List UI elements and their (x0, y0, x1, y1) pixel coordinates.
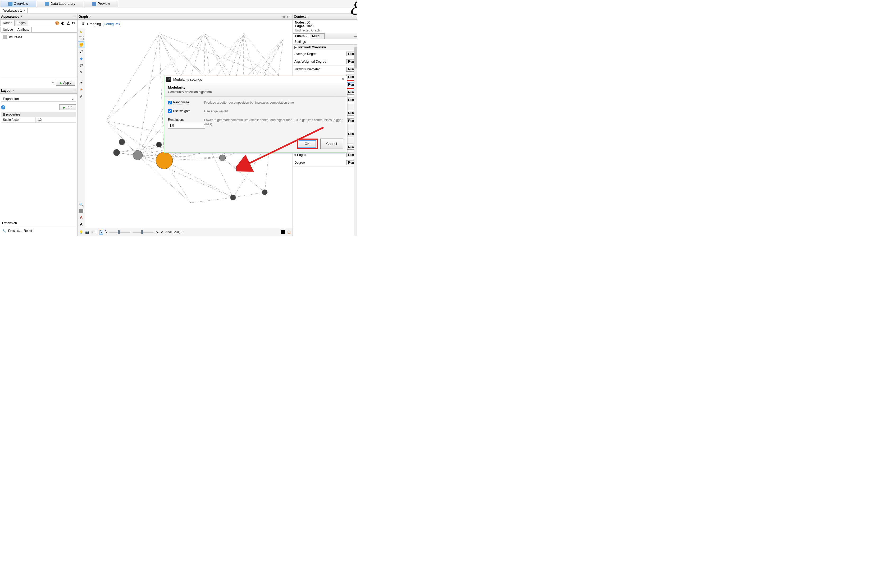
minimize-panel-icon[interactable]: — (352, 15, 356, 18)
randomize-checkbox[interactable]: Randomize (168, 100, 201, 104)
resolution-input[interactable] (168, 123, 205, 129)
resolution-label: Resolution: (168, 118, 201, 122)
tab-unique[interactable]: Unique (0, 27, 15, 32)
edge-toggle-icon[interactable]: ╲ (99, 230, 103, 234)
pointer-tool-icon[interactable]: ➤ (78, 29, 84, 35)
tab-label: Filters (295, 34, 305, 38)
use-weights-description: Use edge weight (204, 109, 343, 114)
appearance-mode-tabs: Unique Attribute (0, 27, 77, 33)
sizer-tool-icon[interactable]: ◆ (78, 55, 84, 62)
workspace-tab[interactable]: Workspace 1× (1, 8, 28, 13)
label-size-a-icon[interactable]: A (78, 221, 84, 227)
use-weights-input[interactable] (168, 109, 172, 113)
node-pencil-tool-icon[interactable]: ✐ (78, 93, 84, 100)
tab-nodes[interactable]: Nodes (0, 20, 15, 26)
minimize-panel-icon[interactable]: — (354, 34, 357, 38)
graph-bottom-toolbar: 💡 📷 ▾ T ╲ ╲ A- A Arial Bold, 32 📋 (78, 228, 293, 236)
edges-label: Edges: (295, 24, 305, 28)
color-swatch[interactable] (3, 34, 7, 39)
property-value[interactable]: 1.2 (36, 117, 44, 122)
scrollbar-thumb[interactable] (354, 47, 357, 69)
cancel-button[interactable]: Cancel (320, 138, 343, 149)
close-panel-icon[interactable]: × (13, 89, 15, 93)
nav-prev-icon[interactable]: ◂ (282, 15, 284, 18)
edge-color-icon[interactable]: ╲ (105, 230, 107, 234)
heatmap-tool-icon[interactable]: ☀ (78, 87, 84, 93)
tab-preview[interactable]: Preview (84, 0, 118, 7)
tab-filters[interactable]: Filters× (293, 33, 310, 39)
color-palette-icon[interactable]: 🎨 (55, 21, 60, 26)
font-color-swatch[interactable] (281, 230, 285, 234)
svg-point-67 (119, 139, 125, 145)
use-weights-checkbox[interactable]: Use weights (168, 109, 201, 113)
minimize-panel-icon[interactable]: — (288, 15, 291, 18)
svg-point-68 (219, 154, 225, 161)
left-column: Appearance × — Nodes Edges 🎨 ◐ A тT Uniq… (0, 14, 78, 236)
tab-data-laboratory[interactable]: Data Laboratory (37, 0, 83, 7)
minimize-panel-icon[interactable]: — (72, 89, 76, 93)
reset-link[interactable]: Reset (24, 229, 32, 232)
main-view-tabs: Overview Data Laboratory Preview (0, 0, 357, 8)
tag-tool-icon[interactable]: 🏷 (78, 62, 84, 69)
info-icon[interactable]: i (1, 105, 5, 110)
close-tab-icon[interactable]: × (306, 34, 308, 38)
nodes-label: Nodes: (295, 21, 306, 24)
lightbulb-icon[interactable]: 💡 (79, 230, 83, 234)
font-size-decrease-icon[interactable]: A- (156, 230, 159, 234)
gephi-logo-icon: 𝒢 (79, 21, 86, 27)
close-workspace-icon[interactable]: × (24, 9, 26, 12)
close-panel-icon[interactable]: × (21, 15, 23, 18)
graph-panel-header: Graph × ◂ ▸ ▾ — (78, 14, 293, 20)
close-dialog-icon[interactable]: ✕ (341, 77, 345, 81)
properties-header[interactable]: ⊟properties (1, 112, 76, 117)
attributes-config-icon[interactable]: 📋 (287, 230, 291, 234)
edit-tool-icon[interactable]: ✎ (78, 69, 84, 75)
svg-line-28 (106, 121, 138, 155)
dropdown-icon[interactable]: ▾ (91, 230, 93, 234)
rectangle-select-tool-icon[interactable] (79, 36, 84, 40)
minimize-panel-icon[interactable]: — (72, 15, 76, 18)
brush-tool-icon[interactable]: 🖌 (78, 48, 84, 55)
randomize-input[interactable] (168, 101, 172, 104)
shortest-path-tool-icon[interactable]: ✈ (78, 80, 84, 86)
configure-link[interactable]: (Configure) (103, 22, 120, 26)
close-panel-icon[interactable]: × (89, 15, 91, 18)
drag-tool-icon[interactable]: ✊ (78, 42, 84, 48)
screenshot-icon[interactable]: 📷 (85, 230, 89, 234)
size-icon[interactable]: ◐ (60, 21, 65, 26)
workspace-bar: Workspace 1× (0, 8, 357, 14)
reset-colors-icon[interactable] (79, 209, 83, 213)
label-color-icon[interactable]: A (66, 21, 71, 26)
font-size-increase-icon[interactable]: A (161, 230, 163, 234)
tab-multi[interactable]: Multi... (310, 33, 324, 39)
tab-attribute[interactable]: Attribute (15, 27, 32, 32)
tool-icon[interactable]: 🔧 (2, 229, 6, 232)
label-toggle-icon[interactable]: T (95, 230, 97, 234)
right-panel-tabs: Filters× Multi... — (293, 33, 357, 39)
label-size-icon[interactable]: тT (71, 21, 76, 26)
label-size-slider[interactable] (132, 232, 154, 232)
font-label[interactable]: Arial Bold, 32 (165, 230, 184, 234)
apply-button[interactable]: ▶Apply (56, 80, 75, 86)
tab-edges[interactable]: Edges (14, 20, 28, 26)
svg-point-65 (114, 149, 120, 156)
scrollbar[interactable] (354, 45, 357, 236)
run-layout-button[interactable]: ▶Run (59, 104, 76, 110)
selected-algorithm: Expansion (3, 97, 19, 101)
checkbox-label: Use weights (173, 109, 190, 113)
presets-link[interactable]: Presets... (8, 229, 22, 232)
svg-point-64 (133, 150, 143, 160)
play-icon: ▶ (60, 81, 62, 84)
tab-overview[interactable]: Overview (0, 0, 36, 7)
ok-button[interactable]: OK (299, 140, 316, 147)
dialog-titlebar[interactable]: 𝒢 Modularity settings ✕ (164, 76, 347, 83)
layout-algorithm-select[interactable]: Expansion ⌄ (1, 96, 76, 102)
link-icon[interactable]: ⚭ (52, 81, 54, 85)
nav-next-icon[interactable]: ▸ (284, 15, 286, 18)
close-panel-icon[interactable]: × (307, 15, 309, 18)
tab-label: Data Laboratory (51, 2, 75, 6)
category-network-overview[interactable]: –Network Overview (293, 45, 357, 50)
edge-weight-slider[interactable] (109, 232, 131, 232)
zoom-tool-icon[interactable]: 🔍 (78, 201, 84, 208)
label-color-a-icon[interactable]: A (78, 214, 84, 220)
